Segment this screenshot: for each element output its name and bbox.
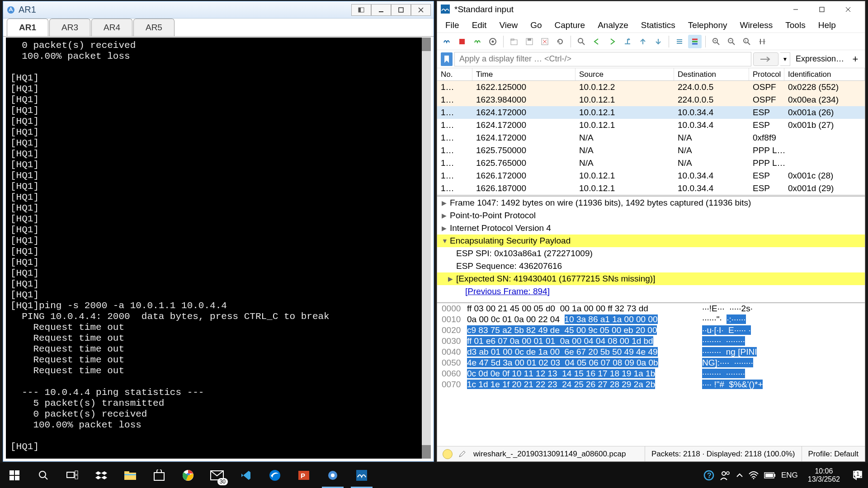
menu-edit[interactable]: Edit <box>467 19 492 32</box>
toolbar-restart-capture-icon[interactable] <box>471 35 484 48</box>
filter-apply-button[interactable] <box>753 52 778 66</box>
taskbar-vscode-icon[interactable] <box>231 463 260 488</box>
menu-telephony[interactable]: Telephony <box>683 19 733 32</box>
packet-row[interactable]: 1…1624.172000N/AN/A0xf8f9 <box>437 131 865 144</box>
col-source[interactable]: Source <box>576 68 674 80</box>
detail-esp-expected[interactable]: ▶[Expected SN: 419430401 (16777215 SNs m… <box>437 272 865 285</box>
packet-row[interactable]: 1…1623.98400010.0.12.1224.0.0.5OSPF0x00e… <box>437 94 865 106</box>
filter-add-button[interactable]: + <box>849 53 861 65</box>
detail-esp-seq[interactable]: ESP Sequence: 436207616 <box>437 260 865 272</box>
packet-row[interactable]: 1…1622.12500010.0.12.2224.0.0.5OSPF0x022… <box>437 81 865 94</box>
menu-analyze[interactable]: Analyze <box>592 19 634 32</box>
tray-chevron-up-icon[interactable] <box>736 472 743 479</box>
toolbar-zoom-out-icon[interactable] <box>725 35 738 48</box>
tray-help-icon[interactable]: ? <box>703 470 714 481</box>
wireshark-close-button[interactable] <box>835 2 861 17</box>
packet-row[interactable]: 1…1624.17200010.0.12.110.0.34.4ESP0x001b… <box>437 119 865 131</box>
hex-row[interactable]: 00600c 0d 0e 0f 10 11 12 13 14 15 16 17 … <box>437 368 865 379</box>
ar1-maximize-button[interactable] <box>391 4 411 16</box>
hex-row[interactable]: 00100a 00 0c 01 0a 00 22 04 10 3a 86 a1 … <box>437 314 865 325</box>
toolbar-close-file-icon[interactable] <box>538 35 552 48</box>
hex-row[interactable]: 0040d3 ab 01 00 0c de 1a 00 6e 67 20 5b … <box>437 347 865 357</box>
toolbar-prev-icon[interactable] <box>590 35 604 48</box>
ar1-titlebar[interactable]: AR1 <box>3 1 434 19</box>
taskbar-wireshark-icon[interactable] <box>347 463 376 488</box>
menu-statistics[interactable]: Statistics <box>636 19 681 32</box>
ar1-scroll-up[interactable] <box>422 38 431 51</box>
menu-view[interactable]: View <box>494 19 523 32</box>
packet-row[interactable]: 1…1624.17200010.0.12.110.0.34.4ESP0x001a… <box>437 106 865 119</box>
taskbar-powerpoint-icon[interactable]: P <box>289 463 318 488</box>
taskview-button[interactable] <box>58 463 87 488</box>
ar-tab-ar3[interactable]: AR3 <box>49 19 90 36</box>
toolbar-colorize-icon[interactable] <box>688 35 702 48</box>
tray-notifications-icon[interactable]: 1 <box>850 470 865 480</box>
col-identification[interactable]: Identification <box>784 68 865 80</box>
ar1-scroll-down[interactable] <box>422 445 431 459</box>
toolbar-find-icon[interactable] <box>575 35 588 48</box>
hex-row[interactable]: 0000ff 03 00 21 45 00 05 d0 00 1a 00 00 … <box>437 303 865 314</box>
status-profile[interactable]: Profile: Default <box>802 446 865 461</box>
filter-history-dropdown[interactable]: ▼ <box>780 52 790 66</box>
hex-row[interactable]: 00504e 47 5d 3a 00 01 02 03 04 05 06 07 … <box>437 357 865 368</box>
taskbar-edge-icon[interactable] <box>260 463 289 488</box>
ar-tab-ar4[interactable]: AR4 <box>91 19 132 36</box>
wireshark-maximize-button[interactable] <box>809 2 835 17</box>
toolbar-zoom-in-icon[interactable] <box>709 35 723 48</box>
toolbar-stop-capture-icon[interactable] <box>455 35 469 48</box>
ar1-minimize-button[interactable] <box>371 4 391 16</box>
ar-tab-ar5[interactable]: AR5 <box>133 19 175 36</box>
wireshark-titlebar[interactable]: *Standard input <box>437 1 865 18</box>
packet-row[interactable]: 1…1625.750000N/AN/APPP L… <box>437 144 865 157</box>
detail-frame[interactable]: ▶Frame 1047: 1492 bytes on wire (11936 b… <box>437 197 865 209</box>
menu-wireless[interactable]: Wireless <box>734 19 778 32</box>
detail-ppp[interactable]: ▶Point-to-Point Protocol <box>437 209 865 222</box>
toolbar-resize-cols-icon[interactable] <box>755 35 769 48</box>
toolbar-last-icon[interactable] <box>651 35 665 48</box>
menu-file[interactable]: File <box>440 19 465 32</box>
col-protocol[interactable]: Protocol <box>749 68 784 80</box>
tray-clock[interactable]: 10:06 13/3/2562 <box>803 467 844 483</box>
toolbar-save-icon[interactable] <box>523 35 536 48</box>
tray-people-icon[interactable] <box>720 470 731 481</box>
taskbar-ensp-icon[interactable] <box>318 463 347 488</box>
ar1-terminal[interactable]: 0 packet(s) received 100.00% packet loss… <box>6 38 431 459</box>
toolbar-autoscroll-icon[interactable] <box>673 35 686 48</box>
detail-ipv4[interactable]: ▶Internet Protocol Version 4 <box>437 222 865 235</box>
ar1-pin-button[interactable] <box>351 4 371 16</box>
taskbar-explorer-icon[interactable] <box>116 463 145 488</box>
tray-wifi-icon[interactable] <box>749 471 759 479</box>
packet-row[interactable]: 1…1626.17200010.0.12.110.0.34.4ESP0x001c… <box>437 169 865 182</box>
toolbar-goto-icon[interactable] <box>621 35 634 48</box>
menu-tools[interactable]: Tools <box>780 19 811 32</box>
status-expert-icon[interactable] <box>443 449 453 459</box>
detail-esp[interactable]: ▼Encapsulating Security Payload <box>437 235 865 247</box>
taskbar-store-icon[interactable] <box>145 463 174 488</box>
scroll-thumb[interactable] <box>490 197 557 197</box>
packet-details-pane[interactable]: ▶Frame 1047: 1492 bytes on wire (11936 b… <box>437 197 865 303</box>
menu-help[interactable]: Help <box>813 19 841 32</box>
toolbar-zoom-reset-icon[interactable]: 1 <box>740 35 754 48</box>
toolbar-reload-icon[interactable] <box>553 35 567 48</box>
hex-row[interactable]: 0030ff 01 e6 07 0a 00 01 01 0a 00 04 04 … <box>437 336 865 347</box>
status-edit-icon[interactable] <box>457 449 467 459</box>
ar1-scrollbar[interactable] <box>422 38 431 459</box>
tray-language[interactable]: ENG <box>781 471 798 480</box>
packet-row[interactable]: 1…1626.18700010.0.12.110.0.34.4ESP0x001d… <box>437 182 865 195</box>
packet-bytes-pane[interactable]: 0000ff 03 00 21 45 00 05 d0 00 1a 00 00 … <box>437 303 865 446</box>
detail-esp-spi[interactable]: ESP SPI: 0x103a86a1 (272271009) <box>437 247 865 260</box>
taskbar-chrome-icon[interactable] <box>174 463 203 488</box>
toolbar-first-icon[interactable] <box>636 35 650 48</box>
menu-capture[interactable]: Capture <box>549 19 591 32</box>
taskbar-dropbox-icon[interactable] <box>87 463 116 488</box>
col-destination[interactable]: Destination <box>674 68 749 80</box>
toolbar-start-capture-icon[interactable] <box>440 35 453 48</box>
col-time[interactable]: Time <box>472 68 576 80</box>
menu-go[interactable]: Go <box>525 19 547 32</box>
packet-list-hscroll[interactable]: ◀ ▶ <box>437 195 865 197</box>
ar1-close-button[interactable] <box>411 4 431 16</box>
start-button[interactable] <box>0 463 29 488</box>
display-filter-input[interactable] <box>454 52 751 66</box>
col-no[interactable]: No. <box>437 68 472 80</box>
hex-row[interactable]: 0020c9 83 75 a2 5b 82 49 de 45 00 9c 05 … <box>437 325 865 336</box>
